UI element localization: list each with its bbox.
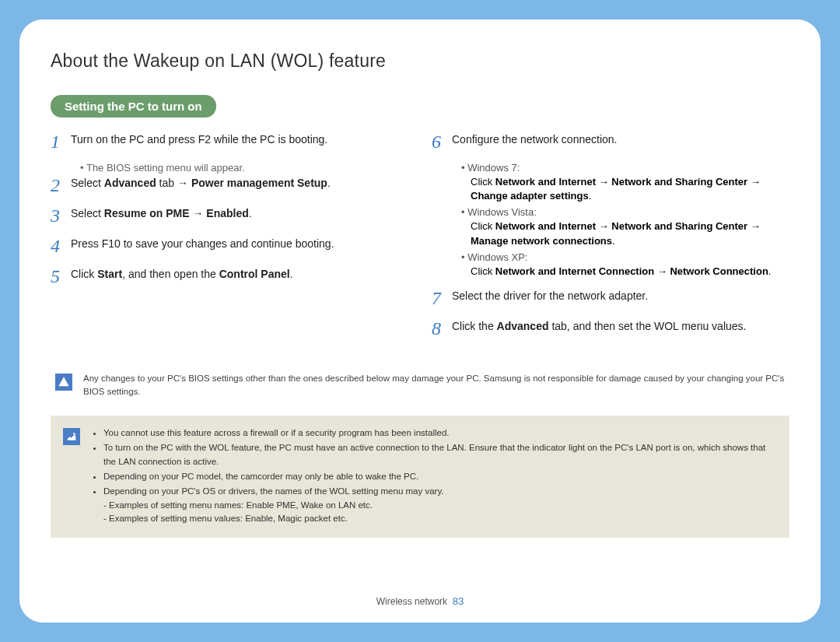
step-number: 7 (432, 288, 452, 307)
step-subnote: The BIOS setting menu will appear. (80, 162, 408, 174)
page-footer: Wireless network 83 (51, 584, 789, 607)
step-number: 3 (51, 205, 71, 225)
note-sub-line: - Examples of setting menu values: Enabl… (103, 512, 777, 526)
os-detail: Click Network and Internet → Network and… (471, 175, 789, 203)
steps-columns: 1Turn on the PC and press F2 while the P… (51, 132, 789, 349)
step: 2Select Advanced tab → Power management … (51, 175, 408, 195)
os-detail: Click Network and Internet Connection → … (471, 265, 789, 279)
step: 5Click Start, and then open the Control … (51, 266, 408, 286)
step-text: Select Advanced tab → Power management S… (71, 175, 408, 195)
step-number: 4 (51, 236, 71, 255)
left-column: 1Turn on the PC and press F2 while the P… (51, 132, 408, 349)
warning-icon (55, 374, 72, 391)
os-detail: Click Network and Internet → Network and… (471, 219, 789, 247)
note-icon (63, 428, 80, 445)
step: 7Select the driver for the network adapt… (432, 288, 789, 307)
manual-page: About the Wakeup on LAN (WOL) feature Se… (19, 19, 821, 623)
warning-text: Any changes to your PC's BIOS settings o… (83, 372, 785, 399)
step-number: 6 (432, 132, 452, 151)
note-item: Depending on your PC model, the camcorde… (103, 470, 777, 484)
os-name: Windows XP: (461, 251, 789, 263)
step-text: Select the driver for the network adapte… (452, 288, 789, 307)
step: 3Select Resume on PME → Enabled. (51, 205, 408, 225)
section-heading-pill: Setting the PC to turn on (51, 95, 216, 118)
step-text: Press F10 to save your changes and conti… (71, 236, 408, 255)
footer-section: Wireless network (376, 596, 447, 607)
note-list: You cannot use this feature across a fir… (91, 426, 777, 527)
note-box: You cannot use this feature across a fir… (51, 416, 789, 538)
step-text: Click Start, and then open the Control P… (71, 266, 408, 286)
step: 6Configure the network connection. (432, 132, 789, 151)
step: 4Press F10 to save your changes and cont… (51, 236, 408, 255)
step-number: 5 (51, 266, 71, 286)
step-text: Select Resume on PME → Enabled. (71, 205, 408, 225)
right-column: 6Configure the network connection.Window… (432, 132, 789, 349)
step-text: Click the Advanced tab, and then set the… (452, 318, 789, 338)
warning-box: Any changes to your PC's BIOS settings o… (51, 372, 789, 399)
os-name: Windows Vista: (461, 206, 789, 218)
step-text: Configure the network connection. (452, 132, 789, 151)
step: 8Click the Advanced tab, and then set th… (432, 318, 789, 338)
step-number: 8 (432, 318, 452, 338)
note-item: Depending on your PC's OS or drivers, th… (103, 485, 777, 526)
note-item: You cannot use this feature across a fir… (103, 426, 777, 440)
page-number: 83 (453, 595, 464, 607)
note-item: To turn on the PC with the WOL feature, … (103, 441, 777, 469)
page-title: About the Wakeup on LAN (WOL) feature (51, 51, 789, 72)
step-number: 2 (51, 175, 71, 195)
step-text: Turn on the PC and press F2 while the PC… (71, 132, 408, 151)
note-sub-line: - Examples of setting menu names: Enable… (103, 499, 777, 513)
os-name: Windows 7: (461, 162, 789, 174)
step-number: 1 (51, 132, 71, 151)
step: 1Turn on the PC and press F2 while the P… (51, 132, 408, 151)
